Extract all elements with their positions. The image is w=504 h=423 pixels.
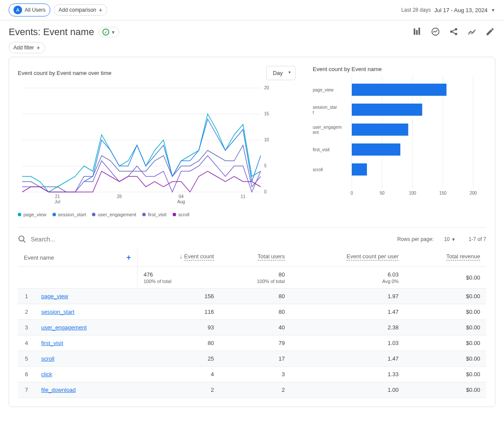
svg-text:50: 50 xyxy=(380,191,385,195)
svg-rect-2 xyxy=(419,28,420,35)
svg-rect-38 xyxy=(352,124,408,136)
table-row: 6click431.33$0.00 xyxy=(18,367,486,382)
customize-icon[interactable] xyxy=(412,26,422,37)
legend-item[interactable]: scroll xyxy=(173,212,190,217)
svg-text:scroll: scroll xyxy=(313,167,323,172)
line-chart[interactable]: 0510152021Jul2804Aug11 xyxy=(18,84,278,209)
svg-text:04: 04 xyxy=(179,194,184,199)
add-dimension-button[interactable]: + xyxy=(126,253,131,262)
svg-rect-0 xyxy=(414,29,416,35)
svg-text:28: 28 xyxy=(117,194,122,199)
granularity-select[interactable]: Day xyxy=(266,66,295,80)
table-row: 4first_visit80791.03$0.00 xyxy=(18,335,486,351)
rows-per-page-select[interactable]: 10 ▼ xyxy=(444,236,456,242)
bar-chart[interactable]: 050100150200page_viewsession_startuser_e… xyxy=(313,76,478,202)
events-table: Event name + ↓Event count Total users Ev… xyxy=(18,249,486,398)
add-filter-label: Add filter xyxy=(13,45,34,51)
trend-icon[interactable] xyxy=(467,26,477,37)
audience-label: All Users xyxy=(25,7,46,13)
legend-dot-icon xyxy=(18,213,21,216)
share-icon[interactable] xyxy=(448,26,459,37)
table-row: 7file_download221.00$0.00 xyxy=(18,382,486,398)
footer: © 2024 Google | Analytics home | Terms o… xyxy=(0,416,504,423)
event-link[interactable]: user_engagement xyxy=(41,324,87,331)
col-event-name: Event name xyxy=(24,254,54,261)
table-row: 5scroll25171.47$0.00 xyxy=(18,351,486,367)
date-prefix: Last 28 days xyxy=(401,7,431,13)
date-range-picker[interactable]: Last 28 days Jul 17 - Aug 13, 2024 ▼ xyxy=(401,7,495,13)
search-input[interactable] xyxy=(31,236,118,243)
line-chart-title: Event count by Event name over time xyxy=(18,70,111,76)
totals-row: 476100% of total 80100% of total 6.03Avg… xyxy=(18,267,486,289)
svg-text:0: 0 xyxy=(264,189,267,194)
legend-item[interactable]: page_view xyxy=(18,212,46,217)
table-row: 3user_engagement93402.38$0.00 xyxy=(18,320,486,335)
event-link[interactable]: first_visit xyxy=(41,340,63,346)
chevron-down-icon: ▼ xyxy=(451,237,455,242)
pagination-controls: Rows per page: 10 ▼ 1-7 of 7 xyxy=(397,236,486,242)
legend-item[interactable]: first_visit xyxy=(142,212,167,217)
svg-point-5 xyxy=(455,29,457,30)
svg-text:Aug: Aug xyxy=(177,199,185,204)
event-link[interactable]: file_download xyxy=(41,387,76,393)
audience-badge-icon: A xyxy=(13,6,22,14)
event-link[interactable]: session_start xyxy=(41,309,75,315)
svg-text:t: t xyxy=(313,110,314,115)
event-link[interactable]: scroll xyxy=(41,355,54,362)
svg-rect-35 xyxy=(352,104,422,116)
svg-text:20: 20 xyxy=(264,85,269,90)
svg-text:first_visit: first_visit xyxy=(313,147,330,152)
legend-dot-icon xyxy=(92,213,95,216)
edit-icon[interactable] xyxy=(485,26,495,37)
svg-text:15: 15 xyxy=(264,111,269,116)
chart-legend: page_viewsession_startuser_engagementfir… xyxy=(18,212,295,217)
svg-point-4 xyxy=(451,31,452,33)
rows-per-page-label: Rows per page: xyxy=(397,236,434,242)
svg-text:session_star: session_star xyxy=(313,105,337,110)
col-event-count[interactable]: ↓Event count xyxy=(137,249,220,267)
page-title-wrap: Events: Event name ▼ xyxy=(9,26,119,38)
table-row: 1page_view156801.97$0.00 xyxy=(18,289,486,304)
charts-row: Event count by Event name over time Day … xyxy=(18,66,486,217)
plus-icon: + xyxy=(36,44,40,51)
svg-text:0: 0 xyxy=(350,191,353,195)
status-dropdown[interactable]: ▼ xyxy=(98,27,119,37)
svg-text:11: 11 xyxy=(241,194,246,199)
col-per-user[interactable]: Event count per user xyxy=(291,249,405,267)
report-card: Event count by Event name over time Day … xyxy=(9,57,495,407)
event-link[interactable]: click xyxy=(41,371,52,377)
legend-item[interactable]: user_engagement xyxy=(92,212,136,217)
audience-pill[interactable]: A All Users xyxy=(9,3,50,16)
add-comparison-label: Add comparison xyxy=(59,7,96,13)
plus-icon: + xyxy=(99,7,102,13)
insights-icon[interactable] xyxy=(430,26,441,37)
svg-point-45 xyxy=(19,236,24,241)
legend-item[interactable]: session_start xyxy=(52,212,86,217)
bar-chart-panel: Event count by Event name 050100150200pa… xyxy=(313,66,486,217)
event-link[interactable]: page_view xyxy=(41,293,68,299)
add-comparison-button[interactable]: Add comparison + xyxy=(54,4,107,16)
svg-text:page_view: page_view xyxy=(313,88,334,92)
table-toolbar: Rows per page: 10 ▼ 1-7 of 7 xyxy=(18,232,486,246)
legend-dot-icon xyxy=(52,213,56,216)
svg-text:10: 10 xyxy=(264,137,269,142)
col-total-users[interactable]: Total users xyxy=(220,249,291,267)
svg-text:150: 150 xyxy=(439,191,447,195)
sort-down-icon: ↓ xyxy=(180,253,183,260)
svg-text:21: 21 xyxy=(55,194,60,199)
svg-rect-43 xyxy=(352,163,367,176)
svg-rect-33 xyxy=(352,84,446,96)
svg-text:5: 5 xyxy=(264,163,267,168)
svg-text:Jul: Jul xyxy=(55,199,60,204)
add-filter-button[interactable]: Add filter + xyxy=(9,42,45,53)
header-actions xyxy=(412,26,495,37)
legend-dot-icon xyxy=(173,213,176,216)
svg-text:200: 200 xyxy=(470,191,477,195)
page-info: 1-7 of 7 xyxy=(468,236,486,242)
svg-rect-1 xyxy=(416,30,418,35)
audience-controls: A All Users Add comparison + xyxy=(9,3,107,16)
page-header: Events: Event name ▼ Add filter + xyxy=(0,20,504,57)
search-wrap xyxy=(18,235,397,244)
page-title: Events: Event name xyxy=(9,26,94,38)
col-revenue[interactable]: Total revenue xyxy=(405,249,486,267)
